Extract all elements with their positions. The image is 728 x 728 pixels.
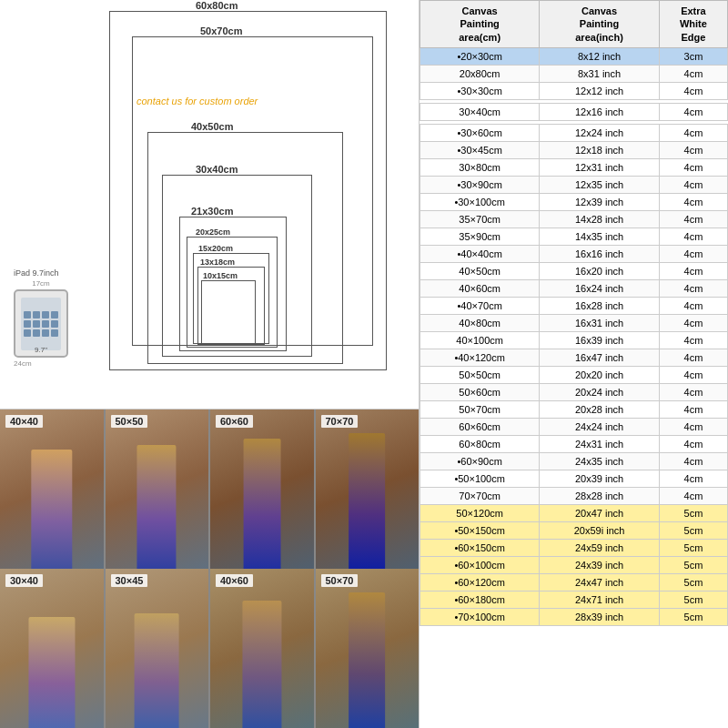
cell-edge: 4cm <box>659 314 727 331</box>
cell-edge: 5cm <box>659 556 727 573</box>
cell-edge: 4cm <box>659 297 727 314</box>
ipad-icons <box>24 311 58 337</box>
cell-edge: 4cm <box>659 487 727 504</box>
col-header-cm: CanvasPaintingarea(cm) <box>420 1 540 48</box>
label-20x25: 20x25cm <box>196 228 230 237</box>
table-row: •60×150cm 24x59 inch 5cm <box>420 539 728 556</box>
table-row: 50×50cm 20x20 inch 4cm <box>420 366 728 383</box>
table-row: 60×60cm 24x24 inch 4cm <box>420 418 728 435</box>
cell-inch: 12x18 inch <box>540 141 660 158</box>
ipad-height-label: 24cm <box>14 359 68 368</box>
cell-size: •40×40cm <box>420 245 540 262</box>
cell-edge: 4cm <box>659 82 727 99</box>
cell-edge: 4cm <box>659 366 727 383</box>
table-row: •60×100cm 24x39 inch 5cm <box>420 556 728 573</box>
photo-top-row: 40×40 50×50 60×60 70×70 <box>0 410 419 569</box>
photo-cell-70x70: 70×70 <box>316 410 420 569</box>
table-row: 30×80cm 12x31 inch 4cm <box>420 158 728 176</box>
table-row: 35×90cm 14x35 inch 4cm <box>420 228 728 245</box>
cell-size: 30×80cm <box>420 158 540 176</box>
cell-size: •60×180cm <box>420 591 540 608</box>
cell-size: •60×90cm <box>420 452 540 470</box>
cell-edge: 4cm <box>659 210 727 228</box>
photo-label-40x60: 40×60 <box>216 574 253 587</box>
cell-inch: 20x28 inch <box>540 400 660 418</box>
table-row: •40×40cm 16x16 inch 4cm <box>420 245 728 262</box>
photo-label-60x60: 60×60 <box>216 415 253 428</box>
label-15x20: 15x20cm <box>198 244 233 253</box>
cell-inch: 16x20 inch <box>540 262 660 279</box>
cell-size: 30×40cm <box>420 103 540 120</box>
table-row: •50×150cm 20x59i inch 5cm <box>420 521 728 539</box>
photo-cell-40x60: 40×60 <box>210 569 314 728</box>
cell-inch: 16x47 inch <box>540 349 660 366</box>
cell-edge: 4cm <box>659 383 727 400</box>
cell-inch: 24x47 inch <box>540 573 660 591</box>
cell-size: •40×70cm <box>420 297 540 314</box>
ipad-size-label: 9.7" <box>35 346 47 354</box>
cell-edge: 4cm <box>659 279 727 297</box>
size-table: CanvasPaintingarea(cm) CanvasPaintingare… <box>420 0 728 626</box>
cell-size: 50×70cm <box>420 400 540 418</box>
table-row: 40×50cm 16x20 inch 4cm <box>420 262 728 279</box>
photo-bottom-row: 30×40 30×45 40×60 50×70 <box>0 569 419 728</box>
cell-size: 40×50cm <box>420 262 540 279</box>
cell-inch: 12x35 inch <box>540 176 660 193</box>
table-row: •50×100cm 20x39 inch 4cm <box>420 470 728 487</box>
cell-inch: 20x24 inch <box>540 383 660 400</box>
cell-size: 40×80cm <box>420 314 540 331</box>
cell-edge: 4cm <box>659 400 727 418</box>
photo-label-50x50: 50×50 <box>111 415 148 428</box>
cell-edge: 5cm <box>659 591 727 608</box>
right-panel[interactable]: CanvasPaintingarea(cm) CanvasPaintingare… <box>419 0 728 728</box>
cell-size: 40×100cm <box>420 331 540 349</box>
cell-inch: 20x39 inch <box>540 470 660 487</box>
table-row: 50×120cm 20x47 inch 5cm <box>420 504 728 521</box>
photo-cell-30x40: 30×40 <box>0 569 104 728</box>
table-row: •30×45cm 12x18 inch 4cm <box>420 141 728 158</box>
ipad-image: 9.7" <box>14 289 68 358</box>
label-50x70: 50x70cm <box>200 25 243 36</box>
cell-edge: 5cm <box>659 539 727 556</box>
cell-inch: 16x39 inch <box>540 331 660 349</box>
cell-inch: 8x12 inch <box>540 47 660 65</box>
cell-inch: 20x47 inch <box>540 504 660 521</box>
cell-size: •30×45cm <box>420 141 540 158</box>
table-row: 60×80cm 24x31 inch 4cm <box>420 435 728 452</box>
photo-cell-30x45: 30×45 <box>106 569 209 728</box>
cell-edge: 5cm <box>659 521 727 539</box>
table-row: 50×60cm 20x24 inch 4cm <box>420 383 728 400</box>
cell-edge: 4cm <box>659 331 727 349</box>
cell-inch: 24x39 inch <box>540 556 660 573</box>
contact-text: contact us for custom order <box>136 96 258 106</box>
cell-edge: 4cm <box>659 349 727 366</box>
cell-edge: 4cm <box>659 103 727 120</box>
rect-10x15 <box>201 280 256 346</box>
label-10x15: 10x15cm <box>203 271 238 280</box>
ipad-title-label: iPad 9.7inch <box>14 268 68 278</box>
table-row: •30×90cm 12x35 inch 4cm <box>420 176 728 193</box>
label-21x30: 21x30cm <box>191 206 234 217</box>
table-row: 70×70cm 28x28 inch 4cm <box>420 487 728 504</box>
cell-size: •30×100cm <box>420 193 540 210</box>
cell-size: •20×30cm <box>420 47 540 65</box>
table-row: 30×40cm 12x16 inch 4cm <box>420 103 728 120</box>
label-30x40: 30x40cm <box>196 164 238 175</box>
cell-inch: 12x24 inch <box>540 124 660 141</box>
cell-edge: 4cm <box>659 435 727 452</box>
cell-inch: 12x31 inch <box>540 158 660 176</box>
cell-size: 35×70cm <box>420 210 540 228</box>
table-row: •70×100cm 28x39 inch 5cm <box>420 608 728 625</box>
table-row: 35×70cm 14x28 inch 4cm <box>420 210 728 228</box>
cell-inch: 20x20 inch <box>540 366 660 383</box>
cell-inch: 24x31 inch <box>540 435 660 452</box>
photo-cell-50x70: 50×70 <box>316 569 420 728</box>
table-row: •30×100cm 12x39 inch 4cm <box>420 193 728 210</box>
cell-inch: 12x12 inch <box>540 82 660 99</box>
table-row: •20×30cm 8x12 inch 3cm <box>420 47 728 65</box>
cell-size: •60×120cm <box>420 573 540 591</box>
cell-inch: 16x16 inch <box>540 245 660 262</box>
cell-size: 50×60cm <box>420 383 540 400</box>
cell-edge: 4cm <box>659 452 727 470</box>
cell-inch: 24x71 inch <box>540 591 660 608</box>
